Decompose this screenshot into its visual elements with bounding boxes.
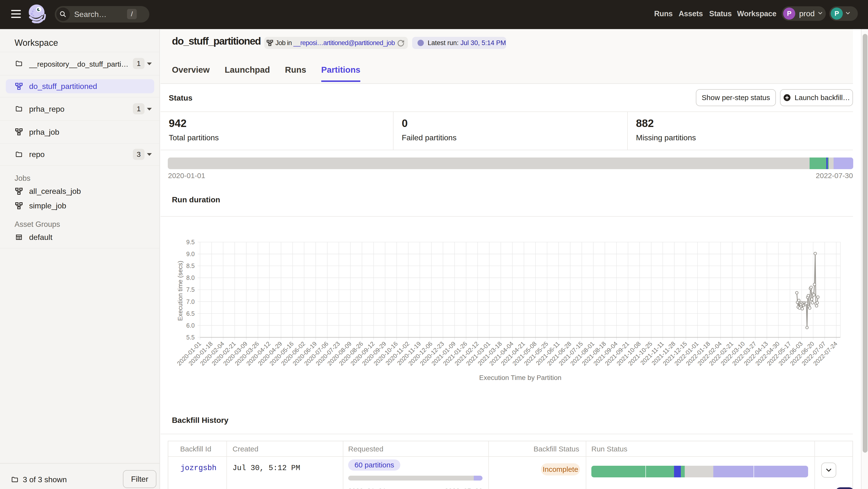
svg-text:6.0: 6.0 [186,322,195,329]
svg-text:7.5: 7.5 [186,286,195,293]
svg-text:9.5: 9.5 [186,239,195,246]
svg-text:8.0: 8.0 [186,274,195,281]
svg-text:7.0: 7.0 [186,298,195,305]
svg-text:6.5: 6.5 [186,310,195,317]
svg-text:8.5: 8.5 [186,262,195,269]
svg-text:9.0: 9.0 [186,251,195,257]
svg-text:Execution Time by Partition: Execution Time by Partition [479,374,561,382]
svg-text:Execution time (secs): Execution time (secs) [177,261,184,321]
svg-text:5.5: 5.5 [186,334,195,341]
